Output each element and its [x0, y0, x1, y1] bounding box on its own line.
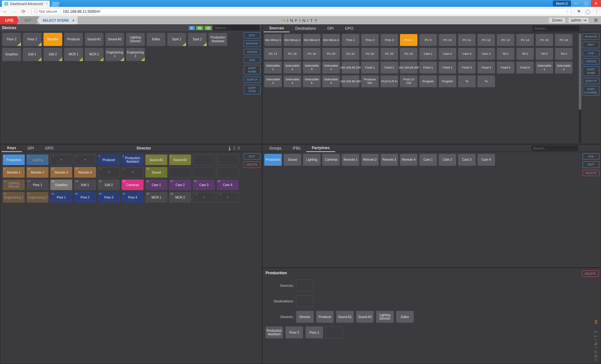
source-tile[interactable]: Tel 2	[516, 48, 534, 60]
key-tile[interactable]: Producer5	[98, 154, 120, 165]
source-tile[interactable]: PC 24	[400, 48, 417, 60]
key-empty-slot[interactable]: 14	[122, 167, 144, 178]
source-tile[interactable]: PC 13	[497, 34, 514, 46]
source-tile[interactable]: Selectable 1	[264, 62, 282, 73]
keys-tab-gpi[interactable]: GPI	[22, 144, 40, 152]
scrollbar-thumb[interactable]	[579, 33, 581, 110]
key-tile[interactable]: Pres 128	[50, 192, 72, 203]
dest-drop-slot[interactable]	[296, 295, 314, 307]
key-empty-slot[interactable]	[217, 167, 239, 178]
key-tile[interactable]: Remote 412	[74, 167, 96, 178]
groups-search-input[interactable]	[531, 145, 578, 151]
detail-device-tile[interactable]: Lighting Director	[376, 311, 394, 323]
source-tile[interactable]: Cam 1	[419, 48, 437, 60]
window-minimize-button[interactable]: —	[571, 0, 581, 7]
key-empty-slot[interactable]: -34	[193, 192, 215, 203]
keys-page-1[interactable]: 1	[229, 146, 231, 150]
groups-action-edit[interactable]: EDIT	[583, 161, 599, 168]
source-tile[interactable]: Selectable 2	[284, 62, 301, 73]
source-tile[interactable]: Tel 4	[555, 48, 573, 60]
devices-action-assign[interactable]: ASSIGN	[244, 49, 260, 55]
source-tile[interactable]: PC 14	[516, 34, 534, 46]
key-tile[interactable]: Cam 425	[217, 179, 239, 190]
sources-tab-gpi[interactable]: GPI	[321, 25, 339, 32]
key-tile[interactable]: Engineering 126	[3, 192, 25, 203]
key-empty-slot[interactable]	[193, 167, 215, 178]
detail-device-tile[interactable]: Sound A1	[336, 311, 354, 323]
key-empty-slot[interactable]	[169, 167, 191, 178]
devices-action-sort-name[interactable]: SORT NAME	[244, 65, 260, 75]
sources-action-sort-ip[interactable]: SORT IP	[583, 78, 599, 84]
device-tile[interactable]: Floor 1	[23, 33, 42, 46]
admin-button[interactable]: admin ⇥	[568, 17, 589, 23]
devices-action-edit[interactable]: EDIT	[244, 32, 260, 38]
group-tile[interactable]: Lighting	[303, 154, 321, 166]
source-tile[interactable]: Fixed 1	[361, 62, 379, 73]
group-tile[interactable]: Remote 2	[361, 154, 379, 166]
source-tile[interactable]: Fixed 1	[419, 62, 437, 73]
key-tile[interactable]: MCR 233	[169, 192, 191, 203]
group-tile[interactable]: Cam 1	[419, 154, 437, 166]
device-tile[interactable]: Lighting Director	[126, 33, 145, 46]
source-tile[interactable]: PC 11	[458, 34, 476, 46]
key-tile[interactable]: Remote 311	[50, 167, 72, 178]
pill-bp[interactable]: bp	[196, 26, 203, 30]
source-tile[interactable]: Selectable 4	[322, 62, 340, 73]
detail-device-tile[interactable]: Producer	[316, 311, 334, 323]
sources-action-sort-name[interactable]: SORT NAME	[583, 66, 599, 76]
sources-action-sort-channel[interactable]: SORT CHANNEL	[583, 86, 599, 96]
source-tile[interactable]: Cam 2	[439, 48, 456, 60]
source-tile[interactable]: 192.168.88.200	[342, 62, 359, 73]
keys-action-edit[interactable]: EDIT	[244, 153, 260, 159]
source-tile[interactable]: Selectable 3	[303, 62, 321, 73]
source-tile[interactable]: Selectable 4	[284, 75, 301, 87]
device-tile[interactable]: Spot 2	[188, 33, 207, 46]
chrome-menu-icon[interactable]: ⋮	[594, 9, 599, 14]
device-tile[interactable]: Floor 2	[2, 33, 21, 46]
device-tile[interactable]: Production Assistant	[209, 33, 227, 46]
sources-scrollbar[interactable]	[579, 33, 581, 143]
device-tile[interactable]: MCR 1	[64, 48, 83, 61]
key-tile[interactable]: Production1	[3, 154, 25, 165]
source-tile[interactable]: To	[477, 75, 495, 87]
window-close-button[interactable]: ✕	[591, 0, 601, 7]
key-tile[interactable]: Engineering 227	[27, 192, 48, 203]
sources-tab-gpo[interactable]: GPO	[339, 25, 359, 32]
source-tile[interactable]: PC 21	[342, 48, 359, 60]
source-tile[interactable]: PC 20	[322, 48, 340, 60]
browser-user-badge[interactable]: Martin D	[553, 1, 571, 6]
bookmark-star-icon[interactable]: ☆	[566, 9, 569, 14]
device-tile[interactable]: Engineering 2	[126, 48, 145, 61]
key-tile[interactable]: Cam 324	[193, 179, 215, 190]
key-tile[interactable]: Edit 220	[98, 179, 120, 190]
sources-tab-destinations[interactable]: Destinations	[290, 25, 321, 32]
source-tile[interactable]: Prod LS Out	[400, 75, 417, 87]
browser-tab[interactable]: Dashboard Advanced ×	[2, 1, 50, 7]
source-tile[interactable]: PC 9	[419, 34, 437, 46]
device-tile[interactable]: Director	[43, 33, 62, 46]
key-tile[interactable]: Remote 19	[3, 167, 25, 178]
key-tile[interactable]: Remote 210	[27, 167, 48, 178]
key-empty-slot[interactable]: -3	[50, 154, 72, 165]
group-tile[interactable]: Cam 2	[439, 154, 456, 166]
source-tile[interactable]: Fixed 2	[381, 62, 398, 73]
source-tile[interactable]: Selectable 6	[322, 75, 340, 87]
key-tile[interactable]: Edit 119	[74, 179, 96, 190]
source-tile[interactable]: Program	[419, 75, 437, 87]
source-tile[interactable]: PC 23	[381, 48, 398, 60]
key-empty-slot[interactable]: -4	[74, 154, 96, 165]
pill-vp[interactable]: vp	[205, 26, 212, 30]
source-tile[interactable]: PC 17	[264, 48, 282, 60]
key-tile[interactable]: Sound15	[145, 167, 167, 178]
source-tile[interactable]: Mix Minus 1	[264, 34, 282, 46]
window-maximize-button[interactable]: ▢	[581, 0, 591, 7]
source-tile[interactable]: Selectable 5	[303, 75, 321, 87]
groups-tab-partylines[interactable]: Partylines	[306, 144, 335, 152]
keys-tab-gpo[interactable]: GPO	[39, 144, 59, 152]
devices-action-add[interactable]: ADD	[244, 57, 260, 63]
detail-device-tile[interactable]: Production Assistant	[265, 326, 283, 338]
source-tile[interactable]: PC 10	[439, 34, 456, 46]
source-tile[interactable]: Mix Minus 3	[303, 34, 321, 46]
source-tile[interactable]: Fixed 5	[497, 62, 514, 73]
source-tile[interactable]: PC 19	[303, 48, 321, 60]
